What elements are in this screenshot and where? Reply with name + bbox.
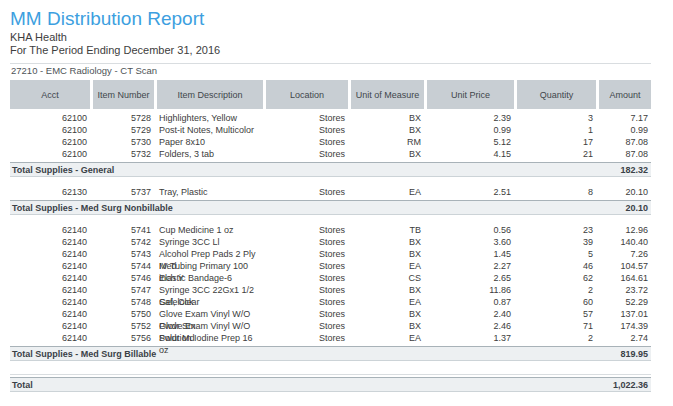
item-description-cell: Folders, 3 tab (157, 148, 263, 160)
item-number-cell: 5748 (93, 296, 154, 308)
item-description-cell: Syringe 3CC 22Gx1 1/2 Safelock (157, 284, 263, 296)
uom-cell: BX (351, 148, 424, 160)
item-description-cell: Glove Exam Vinyl W/O Pwdr Md (157, 320, 263, 332)
table-row: 621005732Folders, 3 tabStoresBX4.152187.… (10, 148, 651, 160)
report-period: For The Period Ending December 31, 2016 (10, 44, 651, 57)
location-cell: Stores (266, 272, 348, 284)
column-header-acct: Acct (10, 80, 90, 109)
item-description-cell: Alcohol Prep Pads 2 Ply Med (157, 248, 263, 260)
table-row: 621405744IV Tubing Primary 100 inch YSto… (10, 260, 651, 272)
unit-price-cell: 1.45 (427, 248, 514, 260)
table-row: 621405742Syringe 3CC LlStoresBX3.6039140… (10, 236, 651, 248)
column-header-unit-of-measure: Unit of Measure (351, 80, 424, 109)
amount-cell: 0.99 (599, 124, 651, 136)
uom-cell: BX (351, 320, 424, 332)
amount-cell: 23.72 (599, 284, 651, 296)
uom-cell: EA (351, 186, 424, 198)
uom-cell: EA (351, 260, 424, 272)
grand-total-label: Total (12, 380, 33, 390)
item-description-cell: Post-it Notes, Multicolor (157, 124, 263, 136)
location-cell: Stores (266, 296, 348, 308)
grand-total-row: Total 1,022.36 (10, 377, 651, 392)
quantity-cell: 2 (517, 284, 596, 296)
item-number-cell: 5746 (93, 272, 154, 284)
location-cell: Stores (266, 186, 348, 198)
group-total-amount: 182.32 (620, 165, 648, 175)
report-group: 621405741Cup Medicine 1 ozStoresTB0.5623… (10, 224, 651, 361)
location-cell: Stores (266, 236, 348, 248)
location-cell: Stores (266, 320, 348, 332)
uom-cell: BX (351, 308, 424, 320)
unit-price-cell: 0.56 (427, 224, 514, 236)
column-header-row: Acct Item Number Item Description Locati… (10, 80, 651, 109)
uom-cell: EA (351, 296, 424, 308)
location-cell: Stores (266, 308, 348, 320)
table-row: 621405748Gel, ClearStoresEA0.876052.29 (10, 296, 651, 308)
quantity-cell: 57 (517, 308, 596, 320)
unit-price-cell: 0.99 (427, 124, 514, 136)
item-number-cell: 5741 (93, 224, 154, 236)
location-cell: Stores (266, 284, 348, 296)
quantity-cell: 8 (517, 186, 596, 198)
group-total-row: Total Supplies - Med Surg Nonbillable20.… (10, 200, 651, 215)
table-row: 621005728Highlighters, YellowStoresBX2.3… (10, 112, 651, 124)
unit-price-cell: 2.46 (427, 320, 514, 332)
column-header-item-number: Item Number (93, 80, 154, 109)
acct-cell: 62100 (10, 148, 90, 160)
item-description-cell: Elastic Bandage-6 (157, 272, 263, 284)
item-number-cell: 5756 (93, 332, 154, 344)
table-row: 621305737Tray, PlasticStoresEA2.51820.10 (10, 186, 651, 198)
group-total-label: Total Supplies - General (12, 165, 114, 175)
table-row: 621405752Glove Exam Vinyl W/O Pwdr MdSto… (10, 320, 651, 332)
table-row: 621405746Elastic Bandage-6StoresCS2.6562… (10, 272, 651, 284)
acct-cell: 62100 (10, 124, 90, 136)
location-cell: Stores (266, 224, 348, 236)
group-total-amount: 20.10 (625, 203, 648, 213)
unit-price-cell: 2.27 (427, 260, 514, 272)
group-total-label: Total Supplies - Med Surg Nonbillable (12, 203, 173, 213)
amount-cell: 174.39 (599, 320, 651, 332)
unit-price-cell: 1.37 (427, 332, 514, 344)
amount-cell: 52.29 (599, 296, 651, 308)
acct-cell: 62140 (10, 260, 90, 272)
unit-price-cell: 5.12 (427, 136, 514, 148)
organization-name: KHA Health (10, 31, 651, 44)
quantity-cell: 17 (517, 136, 596, 148)
item-number-cell: 5752 (93, 320, 154, 332)
report-group: 621305737Tray, PlasticStoresEA2.51820.10… (10, 186, 651, 215)
report-body: 621005728Highlighters, YellowStoresBX2.3… (10, 112, 651, 361)
report-group: 621005728Highlighters, YellowStoresBX2.3… (10, 112, 651, 177)
quantity-cell: 39 (517, 236, 596, 248)
item-description-cell: Solution Iodine Prep 16 oz (157, 332, 263, 344)
unit-price-cell: 4.15 (427, 148, 514, 160)
table-row: 621005729Post-it Notes, MulticolorStores… (10, 124, 651, 136)
table-row: 621005730Paper 8x10StoresRM5.121787.08 (10, 136, 651, 148)
amount-cell: 87.08 (599, 148, 651, 160)
item-number-cell: 5744 (93, 260, 154, 272)
grand-total-amount: 1,022.36 (613, 380, 648, 390)
item-description-cell: Tray, Plastic (157, 186, 263, 198)
item-description-cell: Syringe 3CC Ll (157, 236, 263, 248)
item-number-cell: 5742 (93, 236, 154, 248)
quantity-cell: 23 (517, 224, 596, 236)
amount-cell: 104.57 (599, 260, 651, 272)
uom-cell: BX (351, 284, 424, 296)
table-row: 621405741Cup Medicine 1 ozStoresTB0.5623… (10, 224, 651, 236)
acct-cell: 62140 (10, 224, 90, 236)
table-row: 621405756Solution Iodine Prep 16 ozStore… (10, 332, 651, 344)
column-header-amount: Amount (599, 80, 651, 109)
item-number-cell: 5743 (93, 248, 154, 260)
uom-cell: BX (351, 124, 424, 136)
group-total-amount: 819.95 (620, 349, 648, 359)
group-total-label: Total Supplies - Med Surg Billable (12, 349, 156, 359)
item-description-cell: Glove Exam Vinyl W/O Pwdr Sm (157, 308, 263, 320)
item-number-cell: 5732 (93, 148, 154, 160)
report-page: MM Distribution Report KHA Health For Th… (0, 0, 673, 392)
uom-cell: BX (351, 112, 424, 124)
section-label: 27210 - EMC Radiology - CT Scan (11, 65, 157, 76)
acct-cell: 62140 (10, 296, 90, 308)
location-cell: Stores (266, 148, 348, 160)
item-number-cell: 5730 (93, 136, 154, 148)
location-cell: Stores (266, 260, 348, 272)
group-total-row: Total Supplies - General182.32 (10, 162, 651, 177)
